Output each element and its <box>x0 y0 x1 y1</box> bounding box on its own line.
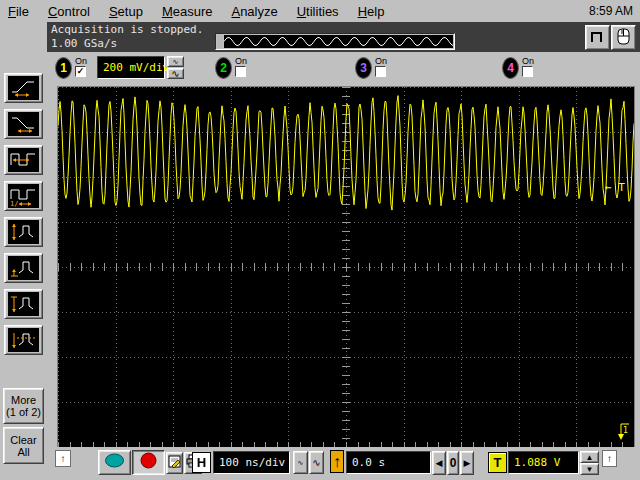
large-wave-icon: ∿ <box>171 70 179 77</box>
channel2-badge[interactable]: 2 <box>215 57 232 79</box>
clear-label-line1: Clear <box>10 434 36 446</box>
oscilloscope-window: File Control Setup Measure Analyze Utili… <box>0 0 640 480</box>
channel4-on-checkbox[interactable] <box>522 66 533 77</box>
clear-all-button[interactable]: Clear All <box>3 427 44 464</box>
timebase-scale-display[interactable]: 100 ns/div <box>213 451 290 474</box>
stop-icon <box>140 452 157 473</box>
channel4-badge[interactable]: 4 <box>502 57 519 79</box>
channel1-on-label: On <box>75 57 87 66</box>
memory-preview-bar[interactable] <box>215 33 455 50</box>
trigger-label: T <box>488 452 507 473</box>
delay-right-button[interactable]: ▶ <box>460 451 474 475</box>
left-triangle-icon: ◀ <box>436 458 443 468</box>
channel1-on-checkbox[interactable]: ✓ <box>75 66 86 77</box>
mouse-icon <box>617 28 630 48</box>
acquisition-mode-button[interactable] <box>585 25 610 50</box>
trigger-level-display[interactable]: 1.088 V <box>508 451 579 474</box>
measure-period-button[interactable] <box>4 145 43 175</box>
right-triangle-icon: ▶ <box>464 458 471 468</box>
v-average-icon <box>8 328 39 352</box>
run-icon <box>104 453 125 472</box>
trigger-level-down-button[interactable]: ▼ <box>580 463 599 475</box>
rise-time-icon <box>8 76 39 100</box>
period-icon <box>8 148 39 172</box>
status-bar: Acquisition is stopped. 1.00 GSa/s <box>47 22 640 52</box>
timebase-zoom-in-button[interactable]: ∿ <box>293 451 308 474</box>
trigger-level-marker[interactable]: ← T <box>605 181 625 194</box>
menu-measure[interactable]: Measure <box>162 4 213 19</box>
v-min-icon <box>8 256 39 280</box>
up-triangle-icon: ▲ <box>586 453 594 462</box>
menu-help[interactable]: Help <box>358 4 385 19</box>
measure-fall-time-button[interactable] <box>4 109 43 139</box>
channel1-on-control: On ✓ <box>75 57 87 77</box>
svg-text:1: 1 <box>623 426 628 435</box>
clock: 8:59 AM <box>589 4 633 18</box>
timebase-zoom-out-button[interactable]: ∿ <box>309 451 324 474</box>
delay-left-button[interactable]: ◀ <box>432 451 446 475</box>
channel1-badge[interactable]: 1 <box>55 57 72 79</box>
pulse-icon <box>590 29 605 47</box>
channel2-on-label: On <box>235 57 247 66</box>
up-arrow-icon: ↑ <box>607 453 612 464</box>
horizontal-label: H <box>192 452 211 473</box>
menu-file[interactable]: File <box>8 4 29 19</box>
trigger-level-up-button[interactable]: ▲ <box>580 451 599 463</box>
channel3-on-label: On <box>375 57 387 66</box>
measure-v-peak-peak-button[interactable] <box>4 217 43 247</box>
sample-rate: 1.00 GSa/s <box>51 37 117 50</box>
channel1-scale-down-button[interactable]: ∿ <box>167 68 184 79</box>
stop-button[interactable] <box>132 450 165 475</box>
channel4-on-label: On <box>522 57 534 66</box>
delay-zero-button[interactable]: 0 <box>447 451 459 475</box>
horizontal-trigger-bar: ↑ H 100 ns/div ∿ ∿ ↑ 0.0 s ◀ 0 ▶ T 1.088… <box>47 447 640 480</box>
waveform-graticule[interactable]: ← T 1 <box>57 86 635 448</box>
measure-rise-time-button[interactable] <box>4 73 43 103</box>
more-label-line1: More <box>11 394 36 406</box>
down-triangle-icon: ▼ <box>586 465 594 474</box>
measure-v-top-button[interactable] <box>4 289 43 319</box>
frequency-icon: 1/ <box>8 184 39 208</box>
menu-analyze[interactable]: Analyze <box>231 4 277 19</box>
mouse-pointer-button[interactable] <box>611 25 636 50</box>
channel2-on-checkbox[interactable] <box>235 66 246 77</box>
preview-handle[interactable] <box>217 35 223 48</box>
trigger-position-button[interactable]: ↑ <box>330 450 344 473</box>
measure-sidebar: 1/ More (1 of 2) Clear All <box>0 22 47 480</box>
up-arrow-icon: ↑ <box>61 453 66 464</box>
measure-frequency-button[interactable]: 1/ <box>4 181 43 211</box>
up-arrow-icon: ↑ <box>333 453 341 471</box>
v-top-icon <box>8 292 39 316</box>
notes-button[interactable] <box>166 452 183 474</box>
measure-v-average-button[interactable] <box>4 325 43 355</box>
channel1-ground-marker[interactable]: 1 <box>614 420 632 446</box>
large-wave-icon: ∿ <box>312 457 320 468</box>
run-button[interactable] <box>98 450 131 475</box>
more-measurements-button[interactable]: More (1 of 2) <box>3 388 44 424</box>
small-wave-icon: ∿ <box>173 58 179 65</box>
channel3-badge[interactable]: 3 <box>355 57 372 79</box>
menu-bar: File Control Setup Measure Analyze Utili… <box>0 0 640 23</box>
menu-setup[interactable]: Setup <box>109 4 143 19</box>
expand-left-button[interactable]: ↑ <box>55 450 71 467</box>
menu-utilities[interactable]: Utilities <box>297 4 339 19</box>
delay-display[interactable]: 0.0 s <box>346 451 431 474</box>
menu-control[interactable]: Control <box>48 4 90 19</box>
channel3-on-control: On <box>375 57 387 77</box>
channel1-scale-up-button[interactable]: ∿ <box>167 56 184 67</box>
more-label-line2: (1 of 2) <box>6 406 41 418</box>
expand-right-button[interactable]: ↑ <box>602 450 617 467</box>
fall-time-icon <box>8 112 39 136</box>
display-area: ← T 1 <box>47 85 640 447</box>
channel3-on-checkbox[interactable] <box>375 66 386 77</box>
channel4-on-control: On <box>522 57 534 77</box>
channel2-on-control: On <box>235 57 247 77</box>
svg-text:1/: 1/ <box>10 200 18 207</box>
small-wave-icon: ∿ <box>298 459 304 467</box>
v-peak-peak-icon <box>8 220 39 244</box>
measure-v-min-button[interactable] <box>4 253 43 283</box>
channel1-scale-display[interactable]: 200 mV/div <box>97 56 165 79</box>
clear-label-line2: All <box>17 446 29 458</box>
notes-icon <box>168 454 181 472</box>
acquisition-status: Acquisition is stopped. <box>51 23 203 36</box>
